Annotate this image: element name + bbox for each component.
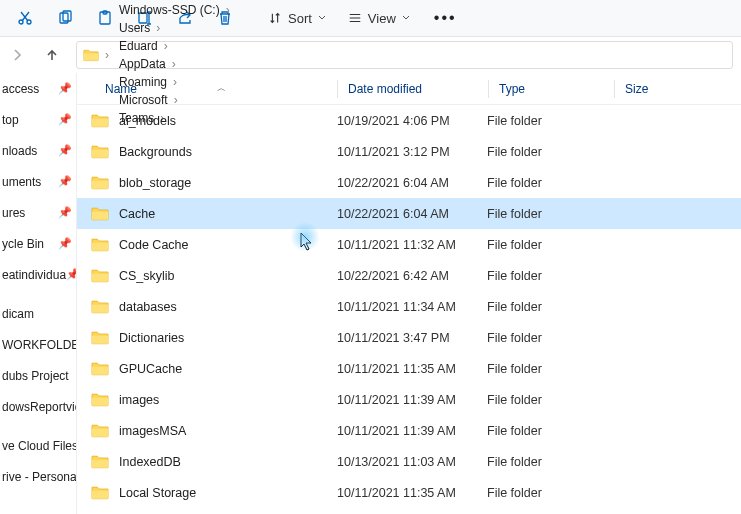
table-row[interactable]: Local Storage10/11/2021 11:35 AMFile fol… (77, 477, 741, 508)
pin-icon: 📌 (58, 113, 72, 126)
table-row[interactable]: GPUCache10/11/2021 11:35 AMFile folder (77, 353, 741, 384)
view-label: View (368, 11, 396, 26)
folder-icon (91, 423, 111, 438)
file-type: File folder (487, 486, 602, 500)
file-type: File folder (487, 424, 602, 438)
file-list: Name︿ Date modified Type Size ai_models1… (77, 73, 741, 514)
sort-indicator-icon: ︿ (217, 82, 226, 95)
file-date: 10/11/2021 11:39 AM (337, 393, 487, 407)
col-type[interactable]: Type (499, 82, 614, 96)
sort-label: Sort (288, 11, 312, 26)
file-date: 10/19/2021 4:06 PM (337, 114, 487, 128)
file-name: CS_skylib (119, 269, 337, 283)
file-type: File folder (487, 238, 602, 252)
file-date: 10/11/2021 3:12 PM (337, 145, 487, 159)
table-row[interactable]: CS_skylib10/22/2021 6:42 AMFile folder (77, 260, 741, 291)
folder-icon (91, 454, 111, 469)
sidebar-item[interactable]: dicam (0, 298, 76, 329)
crumb-appdata[interactable]: AppData› (115, 55, 236, 73)
file-type: File folder (487, 455, 602, 469)
file-name: blob_storage (119, 176, 337, 190)
cut-button[interactable] (6, 3, 44, 33)
sidebar-item[interactable]: nloads📌 (0, 135, 76, 166)
pin-icon: 📌 (58, 206, 72, 219)
folder-icon (91, 361, 111, 376)
table-row[interactable]: Cache10/22/2021 6:04 AMFile folder (77, 198, 741, 229)
file-name: Backgrounds (119, 145, 337, 159)
table-row[interactable]: Code Cache10/11/2021 11:32 AMFile folder (77, 229, 741, 260)
toolbar: Sort View ••• (0, 0, 741, 37)
file-type: File folder (487, 331, 602, 345)
folder-icon (91, 485, 111, 500)
sort-dropdown[interactable]: Sort (258, 3, 336, 33)
folder-icon (91, 237, 111, 252)
file-date: 10/11/2021 11:32 AM (337, 238, 487, 252)
sidebar-item[interactable]: eatindividua📌 (0, 259, 76, 290)
folder-icon (83, 48, 99, 62)
folder-icon (91, 175, 111, 190)
address-row: › This PC›Windows-SSD (C:)›Users›Eduard›… (0, 37, 741, 73)
sidebar-item[interactable]: ures📌 (0, 197, 76, 228)
folder-icon (91, 144, 111, 159)
file-date: 10/11/2021 3:47 PM (337, 331, 487, 345)
sidebar: access📌top📌nloads📌uments📌ures📌ycle Bin📌e… (0, 73, 77, 514)
file-date: 10/22/2021 6:04 AM (337, 176, 487, 190)
nav-forward[interactable] (6, 43, 30, 67)
file-name: Cache (119, 207, 337, 221)
file-name: Local Storage (119, 486, 337, 500)
file-name: IndexedDB (119, 455, 337, 469)
pin-icon: 📌 (58, 82, 72, 95)
sidebar-item[interactable]: uments📌 (0, 166, 76, 197)
col-size[interactable]: Size (625, 82, 685, 96)
file-type: File folder (487, 114, 602, 128)
crumb-eduard[interactable]: Eduard› (115, 37, 236, 55)
sidebar-item[interactable]: ve Cloud Files (0, 430, 76, 461)
file-date: 10/11/2021 11:35 AM (337, 486, 487, 500)
folder-icon (91, 392, 111, 407)
table-row[interactable]: blob_storage10/22/2021 6:04 AMFile folde… (77, 167, 741, 198)
crumb-windows-ssd-c-[interactable]: Windows-SSD (C:)› (115, 1, 236, 19)
sidebar-item[interactable]: ycle Bin📌 (0, 228, 76, 259)
view-dropdown[interactable]: View (338, 3, 420, 33)
nav-up[interactable] (40, 43, 64, 67)
chevron-down-icon (318, 14, 326, 22)
file-name: images (119, 393, 337, 407)
sidebar-item[interactable]: WORKFOLDER (0, 329, 76, 360)
file-type: File folder (487, 269, 602, 283)
more-button[interactable]: ••• (422, 9, 469, 27)
file-date: 10/11/2021 11:34 AM (337, 300, 487, 314)
file-date: 10/11/2021 11:39 AM (337, 424, 487, 438)
folder-icon (91, 268, 111, 283)
file-date: 10/13/2021 11:03 AM (337, 455, 487, 469)
table-row[interactable]: databases10/11/2021 11:34 AMFile folder (77, 291, 741, 322)
file-type: File folder (487, 393, 602, 407)
breadcrumb[interactable]: › This PC›Windows-SSD (C:)›Users›Eduard›… (76, 41, 733, 69)
file-type: File folder (487, 176, 602, 190)
sidebar-item[interactable]: access📌 (0, 73, 76, 104)
table-row[interactable]: images10/11/2021 11:39 AMFile folder (77, 384, 741, 415)
crumb-users[interactable]: Users› (115, 19, 236, 37)
sidebar-item[interactable]: dowsReportvic (0, 391, 76, 422)
file-type: File folder (487, 207, 602, 221)
folder-icon (91, 113, 111, 128)
sidebar-item[interactable]: top📌 (0, 104, 76, 135)
sidebar-item[interactable]: dubs Project (0, 360, 76, 391)
file-name: GPUCache (119, 362, 337, 376)
copy-button[interactable] (46, 3, 84, 33)
col-name[interactable]: Name︿ (77, 82, 337, 96)
sidebar-item[interactable]: rive - Personal (0, 461, 76, 492)
file-name: ai_models (119, 114, 337, 128)
folder-icon (91, 206, 111, 221)
file-date: 10/22/2021 6:04 AM (337, 207, 487, 221)
file-name: Dictionaries (119, 331, 337, 345)
column-headers: Name︿ Date modified Type Size (77, 73, 741, 105)
table-row[interactable]: Dictionaries10/11/2021 3:47 PMFile folde… (77, 322, 741, 353)
file-name: Code Cache (119, 238, 337, 252)
folder-icon (91, 299, 111, 314)
table-row[interactable]: IndexedDB10/13/2021 11:03 AMFile folder (77, 446, 741, 477)
table-row[interactable]: ai_models10/19/2021 4:06 PMFile folder (77, 105, 741, 136)
table-row[interactable]: imagesMSA10/11/2021 11:39 AMFile folder (77, 415, 741, 446)
file-type: File folder (487, 362, 602, 376)
col-date[interactable]: Date modified (348, 82, 488, 96)
table-row[interactable]: Backgrounds10/11/2021 3:12 PMFile folder (77, 136, 741, 167)
